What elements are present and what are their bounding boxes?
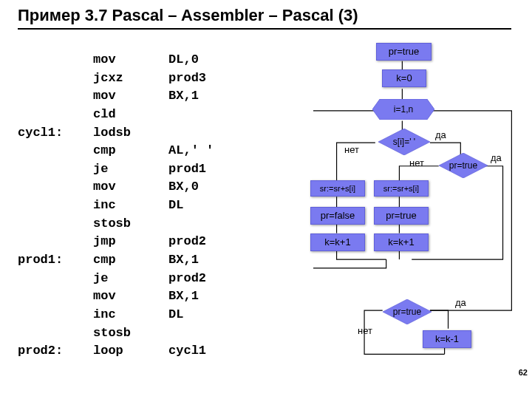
title-bar: Пример 3.7 Pascal – Assembler – Pascal (… bbox=[0, 0, 532, 30]
label-yes-2: да bbox=[491, 152, 502, 163]
hex-loop-label: i=1,n bbox=[389, 105, 417, 114]
rhomb-pr2: pr=true bbox=[383, 299, 432, 324]
box-sr-right: sr:=sr+s[i] bbox=[374, 180, 429, 197]
box-k-dec: k=k-1 bbox=[423, 330, 471, 348]
rhomb-space-label: s[i]=' ' bbox=[389, 137, 420, 146]
box-pr-true-r: pr=true bbox=[374, 207, 429, 225]
label-no-2: нет bbox=[409, 157, 424, 168]
flowchart: pr=true k=0 i=1,n s[i]=' ' нет да pr=tru… bbox=[313, 38, 532, 378]
rhomb-pr2-label: pr=true bbox=[389, 307, 426, 316]
box-kinc-left: k=k+1 bbox=[310, 233, 365, 251]
box-pr-true: pr=true bbox=[376, 43, 432, 61]
label-no-1: нет bbox=[344, 144, 359, 155]
label-yes-1: да bbox=[435, 129, 446, 140]
box-k0: k=0 bbox=[382, 69, 426, 87]
label-no-3: нет bbox=[358, 325, 372, 336]
label-yes-3: да bbox=[455, 297, 466, 308]
rhomb-space: s[i]=' ' bbox=[378, 129, 430, 155]
box-pr-false: pr=false bbox=[310, 207, 365, 225]
page-number: 62 bbox=[519, 368, 528, 377]
box-kinc-right: k=k+1 bbox=[374, 233, 429, 251]
rhomb-pr-label: pr=true bbox=[445, 161, 482, 170]
slide-title: Пример 3.7 Pascal – Assembler – Pascal (… bbox=[18, 6, 532, 25]
assembly-code: mov DL,0 jcxz prod3 mov BX,1 cld cycl1: … bbox=[18, 51, 313, 366]
hex-loop: i=1,n bbox=[372, 99, 434, 120]
rhomb-pr: pr=true bbox=[439, 153, 488, 178]
box-sr-left: sr:=sr+s[i] bbox=[310, 180, 365, 197]
content-row: mov DL,0 jcxz prod3 mov BX,1 cld cycl1: … bbox=[0, 30, 532, 378]
